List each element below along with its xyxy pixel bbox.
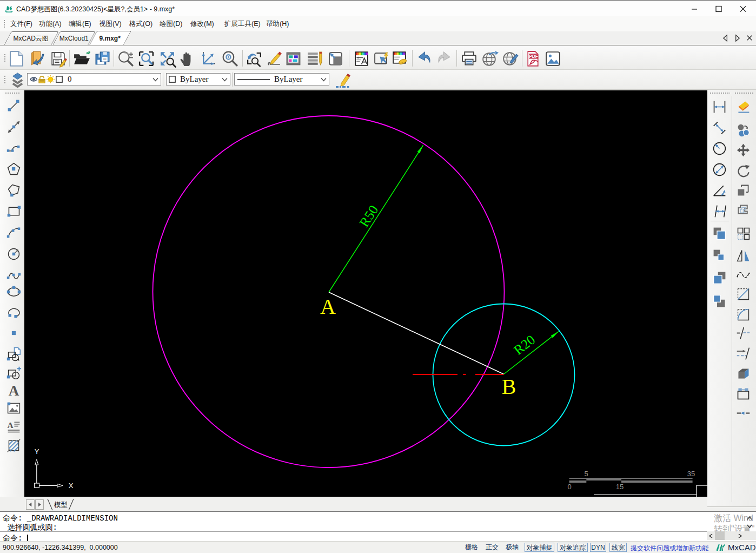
open-into-button[interactable] [27,49,47,68]
draworder-above-button[interactable] [711,269,728,286]
status-toggle-ortho[interactable]: 正交 [485,543,500,552]
insert-image-button[interactable] [5,399,22,417]
web-edit-button[interactable] [500,49,520,68]
status-toggle-dyn[interactable]: DYN [590,543,606,552]
draw-ellipse-button[interactable] [5,283,22,300]
create-block-button[interactable] [5,364,22,381]
zoom-extents-button[interactable] [157,49,177,68]
color-combobox[interactable]: ByLayer [166,73,230,85]
status-toggle-polar[interactable]: 极轴 [505,543,520,552]
doc-tab-9mxg[interactable]: 9.mxg* [89,31,131,45]
draw-point-button[interactable] [5,324,22,341]
draw-rectangle-button[interactable] [5,202,22,220]
linetype-edit-button[interactable] [333,70,352,90]
command-hscrollbar-thumb[interactable] [715,531,725,540]
draw-toolbar-drag-handle[interactable] [5,92,20,94]
save-button[interactable] [48,49,68,68]
tab-scroll-left[interactable] [721,34,730,42]
match-properties-button[interactable] [390,49,409,68]
erase-button[interactable] [734,98,752,115]
menu-function[interactable]: 功能(A) [39,19,62,29]
draw-arc-button[interactable] [5,223,22,241]
dim-toolbar-drag-handle[interactable] [709,92,730,94]
menu-help[interactable]: 帮助(H) [266,19,289,29]
feedback-link[interactable]: 提交软件问题或增加新功能 [631,544,708,553]
dim-linear-button[interactable] [711,98,728,115]
layer-list-button[interactable] [304,49,324,68]
extend-button[interactable] [734,345,752,362]
doc-tab-mxcloud1[interactable]: MxCloud1 [52,31,95,45]
layout-tab-model[interactable]: 模型 [45,498,76,511]
array-button[interactable] [734,225,752,242]
revision-spline-button[interactable] [734,266,752,284]
pan-button[interactable] [177,49,196,68]
draworder-front-button[interactable] [711,225,728,242]
sheet-next-button[interactable] [35,499,44,510]
open-folder-button[interactable] [71,49,91,68]
sheet-prev-button[interactable] [26,499,35,510]
menu-view[interactable]: 视图(V) [99,19,122,29]
draw-xline-button[interactable] [5,118,22,135]
tab-scroll-right[interactable] [733,34,742,42]
status-toggle-grid[interactable]: 栅格 [464,543,479,552]
chevron-down-icon[interactable] [152,77,158,82]
layer-combobox[interactable]: 0 [27,73,161,85]
zoom-window-button[interactable] [136,49,156,68]
command-hscrollbar[interactable] [707,531,756,540]
zoom-in-out-button[interactable] [116,49,135,68]
move-button[interactable] [734,141,752,159]
properties-drag-handle[interactable] [4,75,6,84]
draw-ellipse-arc-button[interactable] [5,304,22,321]
tab-close[interactable] [745,34,754,42]
draw-circle-button[interactable] [5,245,22,262]
draw-hatch-button[interactable] [5,437,22,454]
print-button[interactable] [459,49,479,68]
status-toggle-lineweight[interactable]: 线宽 [609,543,627,552]
zoom-previous-button[interactable] [244,49,264,68]
dim-diameter-button[interactable] [711,161,728,178]
draw-spline-button[interactable] [5,266,22,283]
copy-object-button[interactable] [734,121,752,139]
scale-button[interactable] [734,181,752,199]
join-button[interactable] [734,404,752,422]
export-pdf-button[interactable]: PDF [523,49,542,68]
draw-text-button[interactable]: A [5,381,22,399]
doc-tab-mxcad-cloud[interactable]: MxCAD云图 [4,31,58,45]
window-corner-button[interactable] [326,49,345,68]
zoom-center-button[interactable] [220,49,239,68]
break-button[interactable] [734,324,752,341]
new-file-button[interactable] [6,49,26,68]
insert-block-button[interactable] [5,345,22,362]
text-style-button[interactable] [352,49,371,68]
export-image-button[interactable] [543,49,562,68]
draworder-back-button[interactable] [711,247,728,264]
chamfer-button[interactable] [734,285,752,302]
menu-file[interactable]: 文件(F) [10,19,32,29]
command-scroll-down[interactable] [745,523,754,529]
dim-angular-button[interactable] [711,182,728,199]
save-as-button[interactable] [92,49,112,68]
menu-extension-tools[interactable]: 扩展工具(E) [224,19,261,29]
sketch-pencil-button[interactable] [263,49,283,68]
draw-polygon-button[interactable] [5,181,22,199]
linetype-combobox[interactable]: ByLayer [234,73,329,85]
fillet-button[interactable] [734,306,752,323]
draw-line-button[interactable] [5,97,22,114]
draworder-under-button[interactable] [711,292,728,310]
draw-polygon-center-button[interactable] [5,160,22,177]
offset-button[interactable] [734,202,752,219]
modify-toolbar-drag-handle[interactable] [734,92,754,94]
status-toggle-object-track[interactable]: 对象追踪 [558,543,588,552]
ucs-axes-button[interactable] [198,49,218,68]
maximize-button[interactable] [711,3,727,15]
dim-radius-button[interactable] [711,140,728,157]
color-palette-button[interactable] [283,49,303,68]
minimize-button[interactable] [686,3,702,15]
quick-select-button[interactable] [372,49,391,68]
menu-edit[interactable]: 编辑(E) [69,19,91,29]
drawing-canvas[interactable]: R50R20AB Y X 535 015 [24,90,707,497]
stretch-button[interactable] [734,385,752,402]
rotate-button[interactable] [734,162,752,179]
close-button[interactable] [735,3,751,15]
web-publish-button[interactable] [480,49,499,68]
